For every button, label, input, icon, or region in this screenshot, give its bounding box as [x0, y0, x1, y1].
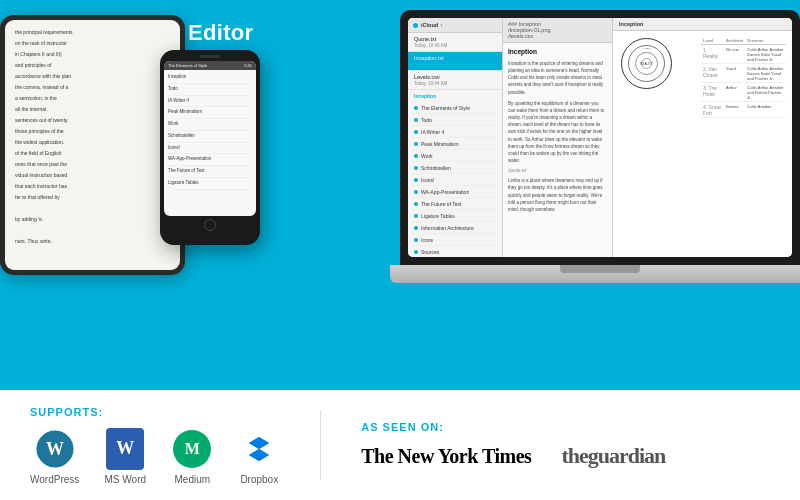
dropbox-icon	[238, 428, 280, 470]
icloud-label: iCloud ↑	[421, 22, 442, 28]
macbook-notch	[560, 265, 640, 273]
sidebar-file-levels[interactable]: Levels.csv Today, 10:44 AM	[408, 71, 502, 90]
macbook-base	[390, 265, 800, 283]
middle-paragraph-3: Limbo is a place where dreamers may end …	[508, 177, 607, 213]
list-item[interactable]: WA-App-Presentation	[168, 154, 252, 166]
sidebar-item[interactable]: Information Architecture	[408, 222, 502, 234]
ms-word-icon: W	[104, 428, 146, 470]
file-meta: Today, 10:45 AM	[414, 43, 496, 48]
iphone-content: Inception Todo IA Writer 4 Peak Minimali…	[168, 72, 252, 190]
list-item[interactable]: IA Writer 4	[168, 96, 252, 108]
iphone-bottom	[164, 219, 256, 231]
middle-paragraph-1: Inception is the practice of entering dr…	[508, 60, 607, 96]
iphone-title-bar: The Elements of Style 9:41	[164, 61, 256, 70]
architect-cell: No one	[724, 45, 745, 64]
list-item[interactable]: Ligature Tables	[168, 178, 252, 190]
sidebar-item[interactable]: Ligature Tables	[408, 210, 502, 222]
svg-marker-10	[249, 437, 269, 449]
as-seen-logos: The New York Times theguardian	[361, 443, 665, 469]
middle-heading: Inception	[508, 47, 607, 57]
supports-label: SUPPORTS:	[30, 406, 280, 418]
file-meta: Is Open	[414, 62, 496, 67]
col-dreamer: Dreamer	[745, 36, 786, 45]
levels-path: /levels.csv	[508, 33, 607, 39]
svg-marker-11	[249, 449, 269, 461]
sidebar-item[interactable]: Peak Minimalism	[408, 138, 502, 150]
file-name: Inception.txt	[414, 55, 496, 61]
list-item[interactable]: Inception	[168, 72, 252, 84]
sidebar-item[interactable]: Schnittstellen	[408, 162, 502, 174]
col-level: Level	[701, 36, 724, 45]
iphone-speaker	[200, 55, 220, 58]
level-cell: 2. Van Chase	[701, 64, 724, 83]
iphone-home-button[interactable]	[204, 219, 216, 231]
wordpress-icon: W	[34, 428, 76, 470]
middle-paragraph-2: By upsetting the equilibrium of a dreame…	[508, 100, 607, 165]
architect-cell: Arthur	[724, 83, 745, 102]
icloud-icon	[413, 23, 418, 28]
supports-block: SUPPORTS: W WordPress W MS Word	[30, 406, 280, 485]
svg-text:LIMBO: LIMBO	[643, 47, 651, 50]
file-meta: Today, 10:44 AM	[414, 81, 496, 86]
wordpress-label: WordPress	[30, 474, 79, 485]
ipad-device: the principal requirements on the task o…	[0, 15, 185, 275]
middle-content: Inception Inception is the practice of e…	[503, 43, 612, 217]
guardian-logo: theguardian	[561, 443, 665, 469]
file-name: Levels.csv	[414, 74, 496, 80]
word-item: W MS Word	[104, 428, 146, 485]
list-item[interactable]: Todo	[168, 84, 252, 96]
dreamer-cell: Cobb Arthur Ariadne and Robert Fischer J…	[745, 83, 786, 102]
table-row: 1. Reality No one Cobb Arthur Ariadne Ea…	[701, 45, 786, 64]
list-item[interactable]: The Future of Text	[168, 166, 252, 178]
sidebar-item[interactable]: WA-App-Presentation	[408, 186, 502, 198]
iphone-top	[164, 55, 256, 58]
dreamer-cell: Cobb Arthur Ariadne Eames Saito Yusuf an…	[745, 45, 786, 64]
table-row: 4. Snow Fort Eames Cobb Ariadne	[701, 102, 786, 118]
app-middle-pane: ### Inception /Inception-01.png /levels.…	[503, 18, 613, 257]
circle-diagram: REALITY LIMBO	[619, 36, 674, 91]
sidebar-file-inception[interactable]: Inception.txt Is Open	[408, 52, 502, 71]
sidebar-item[interactable]: Icons	[408, 234, 502, 246]
macbook-screen-inner: iCloud ↑ Quote.txt Today, 10:45 AM Incep…	[408, 18, 792, 257]
architect-cell: Yusuf	[724, 64, 745, 83]
list-item[interactable]: Work	[168, 119, 252, 131]
table-row: 3. The Hotel Arthur Cobb Arthur Ariadne …	[701, 83, 786, 102]
sidebar-item[interactable]: IA Writer 4	[408, 126, 502, 138]
level-cell: 3. The Hotel	[701, 83, 724, 102]
sidebar-item[interactable]: Work	[408, 150, 502, 162]
iphone-screen: The Elements of Style 9:41 Inception Tod…	[164, 61, 256, 216]
app-sidebar: iCloud ↑ Quote.txt Today, 10:45 AM Incep…	[408, 18, 503, 257]
dreamer-cell: Cobb Arthur Ariadne Eames Saito Yusuf an…	[745, 64, 786, 83]
sidebar-file-quote[interactable]: Quote.txt Today, 10:45 AM	[408, 33, 502, 52]
dropbox-label: Dropbox	[240, 474, 278, 485]
right-table-area: Level Architect Dreamer 1. Reality	[701, 36, 786, 118]
right-header: Inception	[613, 18, 792, 31]
sidebar-item[interactable]: The Elements of Style	[408, 102, 502, 114]
medium-label: Medium	[174, 474, 210, 485]
sidebar-item[interactable]: The Future of Text	[408, 198, 502, 210]
col-architect: Architect	[724, 36, 745, 45]
bottom-section: SUPPORTS: W WordPress W MS Word	[0, 390, 800, 500]
architect-cell: Eames	[724, 102, 745, 118]
medium-icon: M	[171, 428, 213, 470]
sidebar-item[interactable]: Sources	[408, 246, 502, 257]
list-item[interactable]: Peak Minimalism	[168, 107, 252, 119]
nyt-logo: The New York Times	[361, 445, 531, 468]
sidebar-item[interactable]: Icons!	[408, 174, 502, 186]
sidebar-item[interactable]: Todo	[408, 114, 502, 126]
iphone-time: 9:41	[244, 63, 252, 68]
dropbox-item: Dropbox	[238, 428, 280, 485]
app-ui: iCloud ↑ Quote.txt Today, 10:45 AM Incep…	[408, 18, 792, 257]
as-seen-label: AS SEEN ON:	[361, 421, 665, 433]
supports-icons: W WordPress W MS Word M Medium	[30, 428, 280, 485]
iphone-device: The Elements of Style 9:41 Inception Tod…	[160, 50, 260, 245]
level-cell: 1. Reality	[701, 45, 724, 64]
file-name: Quote.txt	[414, 36, 496, 42]
list-item[interactable]: Schnittstellen	[168, 131, 252, 143]
level-cell: 4. Snow Fort	[701, 102, 724, 118]
list-item[interactable]: Icons!	[168, 143, 252, 155]
sidebar-section-inception: Inception	[408, 90, 502, 102]
section-divider	[320, 410, 321, 480]
sidebar-header: iCloud ↑	[408, 18, 502, 33]
inception-table: Level Architect Dreamer 1. Reality	[701, 36, 786, 118]
